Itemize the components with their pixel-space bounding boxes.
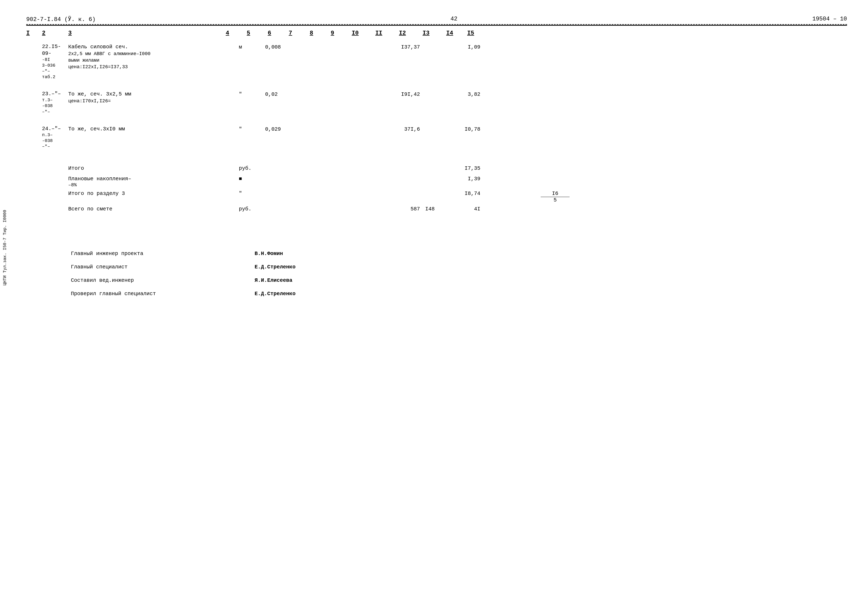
col-10: I0 — [352, 30, 375, 37]
item-24-desc: То же, сеч.3xI0 мм — [68, 125, 239, 133]
summary-itogo-unit: руб. — [239, 165, 265, 171]
sig-role-4: Проверил главный специалист — [71, 291, 254, 297]
item-22-row: 22.I5-09- -8I 3-036 –"– таб.2 Кабель сил… — [26, 43, 847, 80]
sig-role-3: Составил вед.инженер — [71, 277, 254, 283]
page-container: 902-7-I.84 (Ӯ. к. 6) 42 19504 – 10 I 2 3… — [0, 0, 868, 605]
col-2: 2 — [42, 30, 68, 37]
col-12: I2 — [399, 30, 423, 37]
summary-vsego-val2: I48 — [425, 206, 454, 212]
col-6: 6 — [268, 30, 289, 37]
summary-plan-label: Плановые накопления––8% — [68, 176, 131, 188]
item-24-pos: 24.–"– п.3– -038 –"– — [42, 125, 68, 150]
item-24-amount2: I0,78 — [454, 125, 483, 132]
summary-vsego-unit: руб. — [239, 206, 265, 212]
col-5: 5 — [247, 30, 268, 37]
item-23-row: 23.–"– т.3– -038 –"– То же, сеч. 3x2,5 м… — [26, 91, 847, 115]
header-right: 19504 – 10 — [812, 16, 847, 23]
header-area: 902-7-I.84 (Ӯ. к. 6) 42 19504 – 10 — [26, 16, 847, 23]
item-22-pos: 22.I5-09- -8I 3-036 –"– таб.2 — [42, 43, 68, 80]
sig-name-4: Е.Д.Стреленко — [254, 291, 296, 297]
col-header-row: I 2 3 4 5 6 7 8 9 I0 II I2 I3 I4 I5 — [26, 25, 847, 39]
item-24-unit: " — [239, 125, 265, 132]
summary-itogo3-row: Итого по разделу 3 " I8,74 I6 5 — [26, 190, 847, 203]
col-3: 3 — [68, 30, 226, 37]
sig-name-2: Е.Д.Стреленко — [254, 264, 296, 270]
col-1: I — [26, 30, 42, 37]
summary-vsego-val3: 4I — [454, 206, 483, 212]
header-left: 902-7-I.84 (Ӯ. к. 6) — [26, 16, 96, 23]
summary-vsego-label: Всего по смете — [68, 206, 112, 212]
summary-itogo3-unit: " — [239, 190, 265, 197]
col-4: 4 — [226, 30, 247, 37]
sig-row-1: Главный инженер проекта В.Н.Фомин — [71, 251, 847, 257]
item-23-unit: " — [239, 91, 265, 97]
item-22-qty: 0,008 — [265, 43, 291, 50]
summary-plan-unit: ■ — [239, 176, 265, 182]
item-22-desc: Кабель силовой сеч. 2x2,5 мм АВВГ с алюм… — [68, 43, 239, 71]
col-7: 7 — [289, 30, 310, 37]
sig-role-1: Главный инженер проекта — [71, 251, 254, 257]
item-24-amount1: 37I,6 — [396, 125, 425, 132]
summary-vsego-val1: 587 — [396, 206, 425, 212]
sig-row-4: Проверил главный специалист Е.Д.Стреленк… — [71, 291, 847, 297]
col-14: I4 — [446, 30, 467, 37]
col-15: I5 — [467, 30, 488, 37]
summary-itogo3-label: Итого по разделу 3 — [68, 190, 125, 197]
data-section: 22.I5-09- -8I 3-036 –"– таб.2 Кабель сил… — [26, 43, 847, 214]
item-22-unit: м — [239, 43, 265, 50]
summary-itogo3-val: I8,74 — [454, 190, 483, 197]
vertical-text: ЦНТИ Тул.зак. I50-7 Тир. I0000 — [3, 210, 8, 285]
sig-role-2: Главный специалист — [71, 264, 254, 270]
col-11: II — [375, 30, 399, 37]
summary-itogo-row: Итого руб. I7,35 — [26, 165, 847, 173]
sig-name-3: Я.И.Елисеева — [254, 277, 292, 283]
summary-itogo-val: I7,35 — [454, 165, 483, 171]
header-center: 42 — [450, 16, 457, 23]
item-22-amount1: I37,37 — [396, 43, 425, 50]
item-24-row: 24.–"– п.3– -038 –"– То же, сеч.3xI0 мм … — [26, 125, 847, 150]
item-23-qty: 0,02 — [265, 91, 291, 97]
summary-vsego-row: Всего по смете руб. 587 I48 4I — [26, 206, 847, 214]
summary-itogo3-extra: I6 5 — [541, 190, 570, 203]
item-23-pos: 23.–"– т.3– -038 –"– — [42, 91, 68, 115]
col-13: I3 — [423, 30, 446, 37]
summary-plan-row: Плановые накопления––8% ■ I,39 — [26, 176, 847, 188]
sig-row-3: Составил вед.инженер Я.И.Елисеева — [71, 277, 847, 283]
item-24-qty: 0,029 — [265, 125, 291, 132]
item-23-amount2: 3,82 — [454, 91, 483, 97]
item-23-amount1: I9I,42 — [396, 91, 425, 97]
item-23-desc: То же, сеч. 3x2,5 мм цена:I70xI,I26= — [68, 91, 239, 104]
summary-plan-val: I,39 — [454, 176, 483, 182]
signatures-section: Главный инженер проекта В.Н.Фомин Главны… — [26, 251, 847, 297]
summary-itogo-label: Итого — [68, 165, 84, 171]
item-22-amount2: I,09 — [454, 43, 483, 50]
sig-name-1: В.Н.Фомин — [254, 251, 283, 257]
col-9: 9 — [331, 30, 352, 37]
sig-row-2: Главный специалист Е.Д.Стреленко — [71, 264, 847, 270]
col-8: 8 — [310, 30, 331, 37]
